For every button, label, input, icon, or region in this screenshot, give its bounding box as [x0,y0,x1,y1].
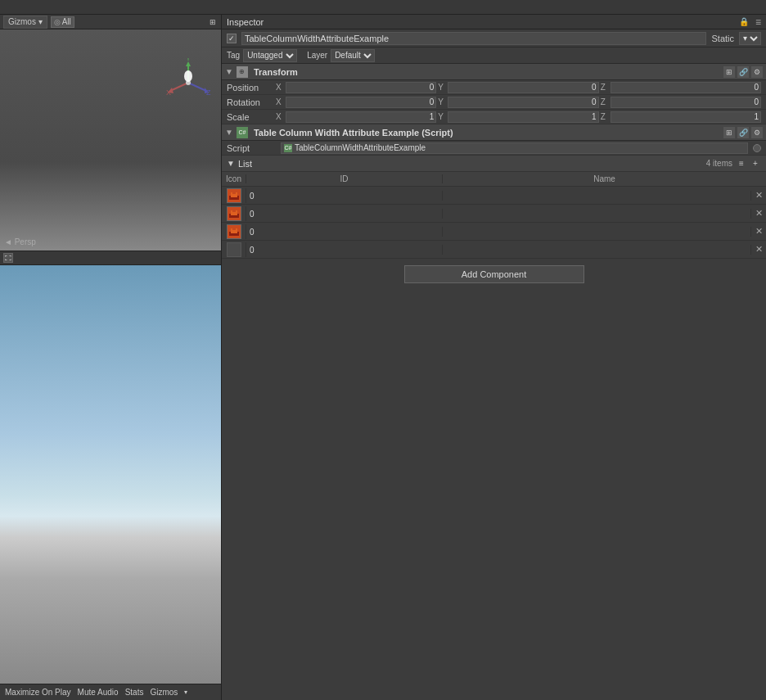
maximize-on-play-label[interactable]: Maximize On Play [5,688,71,697]
list-menu-btn[interactable]: ≡ [736,158,747,169]
row2-id-input[interactable] [246,228,442,237]
transform-collapse-arrow: ▼ [225,67,233,76]
gizmos-bottom-arrow: ▾ [184,689,187,696]
persp-label: ◄ Persp [4,237,36,246]
row3-name-cell [443,245,751,255]
rotation-x-input[interactable] [286,97,436,108]
position-row: Position X Y Z [222,80,766,95]
tag-dropdown[interactable]: Untagged [243,49,297,62]
svg-text:Z: Z [206,88,211,97]
svg-point-10 [184,70,192,82]
svg-line-6 [188,83,206,91]
add-component-button[interactable]: Add Component [404,265,584,283]
transform-title: Transform [254,67,720,77]
row1-icon-img [227,206,241,221]
svg-rect-18 [232,209,236,212]
col-header-id: ID [246,174,443,183]
position-x-input[interactable] [286,82,436,93]
script-gear-btn[interactable]: ⚙ [751,127,763,138]
game-sky [0,265,221,684]
row0-delete-btn[interactable]: ✕ [751,190,766,201]
row1-delete-btn[interactable]: ✕ [751,208,766,219]
scale-x-input[interactable] [286,111,436,123]
maximize-scene-btn[interactable]: ⛶ [3,253,13,263]
script-component-header[interactable]: ▼ C# Table Column Width Attribute Exampl… [222,124,766,141]
list-add-btn[interactable]: + [750,158,761,169]
script-controls: ⊞ 🔗 ⚙ [723,127,763,138]
row3-delete-btn[interactable]: ✕ [751,244,766,255]
position-z-input[interactable] [611,82,761,93]
position-y-input[interactable] [448,82,598,93]
gizmos-bottom-label[interactable]: Gizmos [150,688,178,697]
row3-name-input[interactable] [443,246,750,255]
script-collapse-arrow: ▼ [225,128,233,137]
static-label: Static [711,34,734,43]
right-panel: Inspector 🔒 ≡ ✓ Static ▾ Tag Untagged La… [221,15,766,700]
svg-rect-14 [232,191,236,194]
layer-label: Layer [307,51,327,60]
gizmos-button[interactable]: Gizmos ▾ [3,16,47,29]
expand-icon[interactable]: ⊞ [208,17,218,27]
main-layout: Gizmos ▾ ◎ All ⊞ Y [0,15,766,700]
bottom-toolbar: Maximize On Play Mute Audio Stats Gizmos… [0,684,221,700]
table-row: ✕ [222,241,766,259]
list-icons: ≡ + [736,158,761,169]
transform-settings-btn[interactable]: ⊞ [723,66,735,78]
table-header: Icon ID Name [222,172,766,187]
left-panel: Gizmos ▾ ◎ All ⊞ Y [0,15,221,700]
gameobject-active-checkbox[interactable]: ✓ [227,34,237,43]
script-settings-btn[interactable]: ⊞ [723,127,735,138]
table-row: ✕ [222,187,766,205]
tag-label: Tag [227,51,240,60]
script-field-row: Script C# TableColumnWidthAttributeExamp… [222,141,766,156]
rotation-z-field: Z [601,97,761,108]
row2-name-input[interactable] [443,228,750,237]
gameobject-name-input[interactable] [241,32,706,45]
static-dropdown[interactable]: ▾ [739,32,761,45]
row0-id-cell [246,191,443,201]
row2-delete-btn[interactable]: ✕ [751,226,766,237]
transform-component-header[interactable]: ▼ ⊕ Transform ⊞ 🔗 ⚙ [222,64,766,80]
row2-id-cell [246,227,443,237]
row3-icon-cell [222,242,246,257]
row0-id-input[interactable] [246,192,442,201]
row3-id-input[interactable] [246,246,442,255]
game-view [0,265,221,684]
col-header-name: Name [443,174,766,183]
row0-name-input[interactable] [443,192,750,201]
position-xyz: X Y Z [276,82,761,93]
transform-controls: ⊞ 🔗 ⚙ [723,66,763,78]
position-z-field: Z [601,82,761,93]
row1-id-input[interactable] [246,210,442,219]
rotation-z-label: Z [601,97,609,106]
position-label: Position [227,83,276,93]
rotation-z-input[interactable] [611,97,761,108]
transform-link-btn[interactable]: 🔗 [737,66,749,78]
rotation-y-field: Y [438,97,598,108]
rotation-x-label: X [276,97,284,106]
script-file-icon: C# [284,144,292,152]
rotation-y-input[interactable] [448,97,598,108]
list-collapse-arrow[interactable]: ▼ [227,159,235,168]
scale-y-input[interactable] [448,111,598,123]
svg-text:X: X [166,88,171,97]
search-all-label: All [62,17,71,26]
scale-z-input[interactable] [611,111,761,123]
script-pick-button[interactable] [753,144,761,152]
transform-gear-btn[interactable]: ⚙ [751,66,763,78]
layer-dropdown[interactable]: Default [331,49,375,62]
inspector-menu-icon[interactable]: ≡ [755,16,761,28]
row2-icon-img [227,224,241,239]
rotation-row: Rotation X Y Z [222,95,766,110]
mute-audio-label[interactable]: Mute Audio [78,688,119,697]
rotation-label: Rotation [227,97,276,107]
rotation-xyz: X Y Z [276,97,761,108]
inspector-header: Inspector 🔒 ≡ [222,15,766,29]
stats-label[interactable]: Stats [125,688,144,697]
scale-label: Scale [227,112,276,122]
script-link-btn[interactable]: 🔗 [737,127,749,138]
lock-icon[interactable]: 🔒 [738,16,750,28]
row2-icon-cell [222,224,246,239]
transform-icon: ⊕ [237,66,248,78]
row1-name-input[interactable] [443,210,750,219]
